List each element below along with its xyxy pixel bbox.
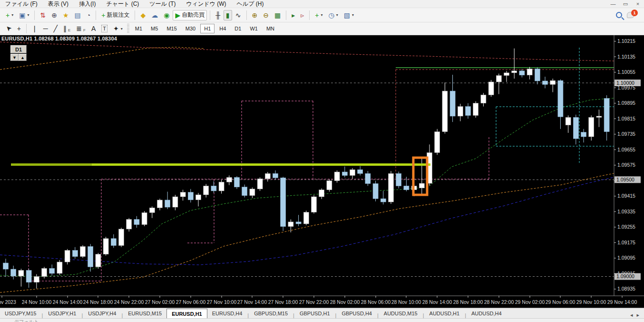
chart-tabs: USDJPY,M15|USDJPY,H1|USDJPY,H4|EURUSD,M1… bbox=[0, 309, 507, 318]
trendline-tool-button[interactable]: ╱ bbox=[51, 23, 60, 34]
timeframe-m15[interactable]: M15 bbox=[163, 24, 180, 33]
chart-svg[interactable]: 1.102151.101351.100551.099751.098951.098… bbox=[0, 35, 644, 308]
metaeditor-button[interactable]: ◆ bbox=[138, 10, 148, 20]
new-order-button[interactable]: +新規注文 bbox=[99, 10, 132, 20]
arrow-up-button[interactable]: ▲ bbox=[19, 54, 27, 61]
price-tick-label: 1.10215 bbox=[617, 38, 635, 44]
time-tick-label: 27 Nov 22:00 bbox=[299, 299, 329, 305]
chart-tab-usdjpy-m15[interactable]: USDJPY,M15 bbox=[0, 309, 41, 318]
bar-chart-button[interactable]: ╫ bbox=[213, 10, 223, 20]
menu-item-4[interactable]: ツール (T) bbox=[144, 0, 181, 8]
navigator-button[interactable]: ★ bbox=[60, 10, 71, 20]
periods-button[interactable]: ◷▾ bbox=[326, 10, 341, 20]
crosshair-tool-button[interactable]: + bbox=[15, 23, 23, 34]
data-window-button[interactable]: ⊕ bbox=[49, 10, 59, 20]
charts-cloud-button[interactable]: ☁ bbox=[149, 10, 160, 20]
new-chart-button[interactable]: +▾ bbox=[3, 10, 16, 20]
timeframe-m5[interactable]: M5 bbox=[147, 24, 162, 33]
autotrading-button[interactable]: ▶自動売買 bbox=[173, 10, 207, 20]
close-button[interactable]: × bbox=[632, 0, 644, 8]
notifications-icon[interactable]: 1 bbox=[627, 12, 634, 18]
market-watch-button[interactable]: ⇅ bbox=[38, 10, 48, 20]
fibonacci-tool-button[interactable]: ≣F bbox=[74, 23, 88, 34]
toolbar-right-icons: 1 bbox=[616, 12, 641, 18]
restore-button[interactable]: ▭ bbox=[619, 0, 632, 8]
timeframe-h4[interactable]: H4 bbox=[215, 24, 230, 33]
templates-button[interactable]: ▧▾ bbox=[342, 10, 356, 20]
chart-tab-usdjpy-h1[interactable]: USDJPY,H1 bbox=[43, 309, 81, 318]
profiles-button[interactable]: ▣▾ bbox=[17, 10, 31, 20]
timeframe-m30[interactable]: M30 bbox=[182, 24, 199, 33]
timeframe-w1[interactable]: W1 bbox=[246, 24, 262, 33]
hline-tool-button[interactable]: ─ bbox=[41, 23, 50, 34]
notification-badge: 1 bbox=[631, 10, 638, 16]
timeframe-h1[interactable]: H1 bbox=[200, 24, 215, 33]
price-tick-label: 1.09175 bbox=[617, 240, 635, 245]
chart-tab-usdjpy-h4[interactable]: USDJPY,H4 bbox=[83, 309, 121, 318]
vline-tool-button[interactable]: ❘ bbox=[29, 23, 40, 34]
chart-tab-eurusd-h1[interactable]: EURUSD,H1 bbox=[166, 309, 207, 318]
time-tick-label: 29 Nov 02:00 bbox=[515, 299, 545, 305]
cursor-tool-button[interactable]: ➤ bbox=[3, 23, 14, 34]
chart-shift-button[interactable]: ▹ bbox=[298, 10, 306, 20]
shapes-tool-button[interactable]: ✦▾ bbox=[111, 23, 125, 34]
timeframe-mn[interactable]: MN bbox=[263, 24, 278, 33]
menu-item-2[interactable]: 挿入(I) bbox=[74, 0, 101, 8]
timeframe-m1[interactable]: M1 bbox=[131, 24, 146, 33]
terminal-button[interactable]: ▤ bbox=[72, 10, 83, 20]
chart-tab-eurusd-m15[interactable]: EURUSD,M15 bbox=[123, 309, 166, 318]
chevron-down-icon: ▾ bbox=[27, 13, 29, 17]
label-tool-button[interactable]: T bbox=[99, 23, 110, 34]
line-chart-button[interactable]: ∿ bbox=[233, 10, 244, 20]
crosshair-tool-icon: + bbox=[17, 25, 21, 32]
line-chart-icon: ∿ bbox=[235, 12, 241, 19]
channel-tool-button[interactable]: ∥E bbox=[61, 23, 73, 34]
arrow-down-button[interactable]: ▼ bbox=[10, 54, 19, 61]
indicators-button[interactable]: +▾ bbox=[312, 10, 325, 20]
menu-item-3[interactable]: チャート (C) bbox=[101, 0, 144, 8]
tab-scroll-right[interactable]: ▸ bbox=[636, 312, 639, 318]
chart-tab-audusd-m15[interactable]: AUDUSD,M15 bbox=[379, 309, 422, 318]
timeframe-d1[interactable]: D1 bbox=[231, 24, 245, 33]
auto-scroll-button[interactable]: ▸ bbox=[289, 10, 297, 20]
strategy-tester-icon: ◔ bbox=[87, 12, 90, 19]
chevron-down-icon: ▾ bbox=[321, 13, 322, 17]
time-tick-label: 29 Nov 14:00 bbox=[607, 299, 637, 305]
time-tick-label: 28 Nov 02:00 bbox=[330, 299, 360, 305]
tile-windows-button[interactable]: ▦ bbox=[272, 10, 283, 20]
chart-tab-gbpusd-h1[interactable]: GBPUSD,H1 bbox=[295, 309, 335, 318]
chart-tab-audusd-h4[interactable]: AUDUSD,H4 bbox=[467, 309, 507, 318]
menu-item-6[interactable]: ヘルプ (H) bbox=[232, 0, 269, 8]
cursor-tool-icon: ➤ bbox=[4, 24, 13, 33]
menu-bar: ファイル (F)表示 (V)挿入(I)チャート (C)ツール (T)ウィンドウ … bbox=[0, 0, 644, 8]
chart-tab-gbpusd-h4[interactable]: GBPUSD,H4 bbox=[337, 309, 377, 318]
channel-tool-icon: ∥ bbox=[63, 25, 67, 32]
timeframe-buttons: M1M5M15M30H1H4D1W1MN bbox=[131, 24, 279, 33]
text-tool-button[interactable]: A bbox=[89, 23, 98, 34]
search-icon[interactable] bbox=[616, 12, 622, 18]
menu-item-0[interactable]: ファイル (F) bbox=[0, 0, 43, 8]
mql5-button[interactable]: ◉ bbox=[161, 10, 172, 20]
fibonacci-tool-sub-label: F bbox=[83, 28, 86, 32]
menu-items: ファイル (F)表示 (V)挿入(I)チャート (C)ツール (T)ウィンドウ … bbox=[0, 0, 269, 8]
chart-tab-gbpusd-m15[interactable]: GBPUSD,M15 bbox=[249, 309, 293, 318]
zoom-in-button[interactable]: ⊕ bbox=[250, 10, 260, 20]
chart-tab-audusd-h1[interactable]: AUDUSD,H1 bbox=[425, 309, 465, 318]
menu-item-5[interactable]: ウィンドウ (W) bbox=[181, 0, 232, 8]
price-tick-label: 1.09655 bbox=[617, 147, 635, 152]
menu-item-1[interactable]: 表示 (V) bbox=[43, 0, 74, 8]
price-tick-label: 1.09415 bbox=[617, 193, 635, 199]
d1-button[interactable]: D1 bbox=[10, 45, 27, 53]
toolbar-separator bbox=[34, 10, 35, 20]
candle-chart-button[interactable]: ▮ bbox=[224, 10, 232, 20]
toolbar-separator bbox=[246, 10, 247, 20]
zoom-out-button[interactable]: ⊖ bbox=[261, 10, 271, 20]
tab-scroll-left[interactable]: ◂ bbox=[630, 312, 633, 318]
chart-tab-eurusd-h4[interactable]: EURUSD,H4 bbox=[207, 309, 247, 318]
time-tick-label: 28 Nov 14:00 bbox=[422, 299, 452, 305]
minimize-button[interactable]: — bbox=[607, 0, 619, 8]
time-tick-label: 24 Nov 22:00 bbox=[114, 299, 144, 305]
terminal-icon: ▤ bbox=[74, 12, 80, 19]
strategy-tester-button[interactable]: ◔ bbox=[84, 10, 93, 20]
time-tick-label: 27 Nov 02:00 bbox=[145, 299, 175, 305]
